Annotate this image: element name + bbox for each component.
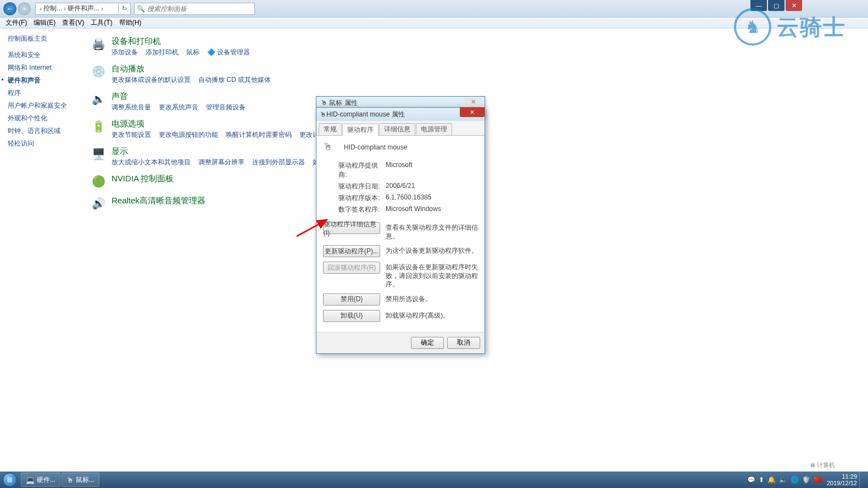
category-links: 更改节能设置更改电源按钮的功能唤醒计算机时需要密码更改计算机睡眠时间: [112, 130, 868, 140]
menu-tools[interactable]: 工具(T): [87, 17, 115, 29]
menu-view[interactable]: 查看(V): [59, 17, 87, 29]
category-icon: 💿: [91, 64, 106, 79]
button-description: 卸载驱动程序(高级)。: [386, 310, 449, 320]
search-input[interactable]: [147, 5, 252, 13]
dialog-tab[interactable]: 常规: [319, 123, 342, 135]
forward-button[interactable]: →: [18, 2, 31, 15]
tray-icon[interactable]: 💬: [747, 476, 755, 484]
category-links: 放大或缩小文本和其他项目调整屏幕分辨率连接到外部显示器如何更正显示器闪烁: [112, 158, 868, 167]
category-links: 调整系统音量更改系统声音管理音频设备: [112, 103, 868, 112]
tray-icon[interactable]: 🛡️: [802, 476, 810, 484]
button-row: 更新驱动程序(P)...为这个设备更新驱动程序软件。: [323, 245, 478, 257]
menu-edit[interactable]: 编辑(E): [30, 17, 59, 29]
desktop-label: 🖥 计算机: [809, 461, 835, 469]
button-row: 禁用(D)禁用所选设备。: [323, 293, 478, 306]
dialog-button: 回滚驱动程序(R): [323, 262, 380, 274]
sidebar-item[interactable]: 用户帐户和家庭安全: [8, 99, 85, 112]
cancel-button[interactable]: 取消: [447, 337, 480, 349]
category-link[interactable]: 🔷 设备管理器: [207, 48, 250, 56]
category-title[interactable]: NVIDIA 控制面板: [112, 174, 868, 184]
chevron-right-icon: ›: [99, 5, 105, 13]
button-row: 驱动程序详细信息(I)查看有关驱动程序文件的详细信息。: [323, 222, 478, 241]
dialog-titlebar[interactable]: 🖱 HID-compliant mouse 属性 ✕: [316, 108, 485, 121]
clock[interactable]: 11:29 2019/12/12: [827, 473, 857, 486]
button-description: 禁用所选设备。: [386, 293, 432, 304]
dialog-button[interactable]: 更新驱动程序(P)...: [323, 245, 380, 257]
tray-icon[interactable]: 🇨🇳: [814, 476, 822, 484]
category-link[interactable]: 自动播放 CD 或其他媒体: [198, 76, 271, 84]
taskbar: ⊞ 💻硬件...🖱鼠标... 💬⬆🔔🔈🌐🛡️🇨🇳 11:29 2019/12/1…: [0, 472, 868, 488]
chevron-right-icon: ›: [38, 5, 43, 13]
menu-file[interactable]: 文件(F): [2, 17, 30, 29]
start-button[interactable]: ⊞: [0, 472, 20, 488]
category-title[interactable]: Realtek高清晰音频管理器: [112, 196, 868, 206]
refresh-button[interactable]: ↻: [119, 3, 131, 15]
category-link[interactable]: 更改媒体或设备的默认设置: [112, 76, 191, 84]
category-link[interactable]: 管理音频设备: [206, 103, 246, 111]
sidebar-item[interactable]: 网络和 Internet: [8, 62, 85, 74]
category-link[interactable]: 鼠标: [186, 48, 199, 56]
toolbar: ← → › 控制... › 硬件和声... › ↻ 🔍: [0, 0, 868, 18]
ok-button[interactable]: 确定: [411, 337, 444, 349]
category-link[interactable]: 添加设备: [112, 48, 138, 56]
category-link[interactable]: 调整屏幕分辨率: [198, 158, 244, 166]
taskbar-item-label: 鼠标...: [76, 475, 94, 485]
close-icon[interactable]: ✕: [465, 98, 481, 106]
info-value: 6.1.7600.16385: [386, 193, 431, 203]
category-title[interactable]: 声音: [112, 91, 868, 102]
category-links: 更改媒体或设备的默认设置自动播放 CD 或其他媒体: [112, 75, 868, 85]
sidebar-item[interactable]: 系统和安全: [8, 49, 85, 62]
button-description: 为这个设备更新驱动程序软件。: [386, 245, 478, 256]
tray-icon[interactable]: ⬆: [759, 476, 764, 484]
dialog-tab[interactable]: 详细信息: [379, 123, 415, 135]
sidebar-item[interactable]: 时钟、语言和区域: [8, 125, 85, 137]
menu-help[interactable]: 帮助(H): [116, 17, 145, 29]
category-link[interactable]: 调整系统音量: [112, 103, 151, 111]
dialog-button[interactable]: 禁用(D): [323, 293, 380, 306]
close-button[interactable]: ✕: [786, 0, 802, 11]
breadcrumb[interactable]: › 控制... › 硬件和声... ›: [35, 3, 119, 15]
category-link[interactable]: 放大或缩小文本和其他项目: [112, 158, 191, 166]
category-icon: 🟢: [91, 174, 106, 189]
category-links: 添加设备添加打印机鼠标🔷 设备管理器: [112, 48, 868, 57]
dialog-tab[interactable]: 驱动程序: [342, 124, 379, 136]
dialog-body: 🖱 HID-compliant mouse 驱动程序提供商:Microsoft驱…: [316, 136, 485, 332]
breadcrumb-item[interactable]: 控制...: [43, 4, 62, 13]
tray-icon[interactable]: 🔔: [767, 476, 776, 484]
category-title[interactable]: 显示: [112, 146, 868, 157]
dialog-button[interactable]: 驱动程序详细信息(I): [323, 222, 380, 234]
category-link[interactable]: 添加打印机: [146, 48, 179, 56]
category-link[interactable]: 更改节能设置: [112, 131, 151, 138]
info-row: 数字签名程序:Microsoft Windows: [338, 204, 478, 215]
mouse-icon: 🖱: [323, 141, 338, 153]
dialog-tab[interactable]: 电源管理: [416, 123, 452, 135]
show-desktop-button[interactable]: [859, 472, 865, 488]
sidebar-item[interactable]: 硬件和声音: [8, 74, 85, 87]
minimize-button[interactable]: —: [750, 0, 767, 11]
info-label: 驱动程序日期:: [338, 182, 386, 191]
close-button[interactable]: ✕: [460, 107, 485, 117]
dialog-hid-mouse-properties: 🖱 HID-compliant mouse 属性 ✕ 常规驱动程序详细信息电源管…: [316, 107, 485, 354]
category-title[interactable]: 电源选项: [112, 119, 868, 129]
sidebar-item[interactable]: 外观和个性化: [8, 112, 85, 125]
category-link[interactable]: 唤醒计算机时需要密码: [226, 131, 292, 138]
sidebar-title[interactable]: 控制面板主页: [8, 34, 85, 43]
tray-icon[interactable]: 🔈: [779, 476, 787, 484]
category-title[interactable]: 设备和打印机: [112, 36, 868, 47]
dialog-title: HID-compliant mouse 属性: [326, 110, 405, 119]
category-link[interactable]: 连接到外部显示器: [252, 158, 305, 166]
sidebar-item[interactable]: 程序: [8, 87, 85, 99]
category-title[interactable]: 自动播放: [112, 64, 868, 74]
breadcrumb-item[interactable]: 硬件和声...: [68, 4, 99, 13]
info-label: 数字签名程序:: [338, 205, 386, 214]
category-link[interactable]: 更改电源按钮的功能: [159, 131, 218, 138]
sidebar-item[interactable]: 轻松访问: [8, 137, 85, 150]
search-box[interactable]: 🔍: [134, 3, 255, 15]
taskbar-item[interactable]: 🖱鼠标...: [62, 473, 99, 487]
tray-icon[interactable]: 🌐: [791, 476, 799, 484]
taskbar-item[interactable]: 💻硬件...: [21, 473, 60, 487]
maximize-button[interactable]: ▢: [768, 0, 784, 11]
back-button[interactable]: ←: [3, 2, 16, 15]
category-link[interactable]: 更改系统声音: [159, 103, 198, 111]
dialog-button[interactable]: 卸载(U): [323, 310, 380, 322]
